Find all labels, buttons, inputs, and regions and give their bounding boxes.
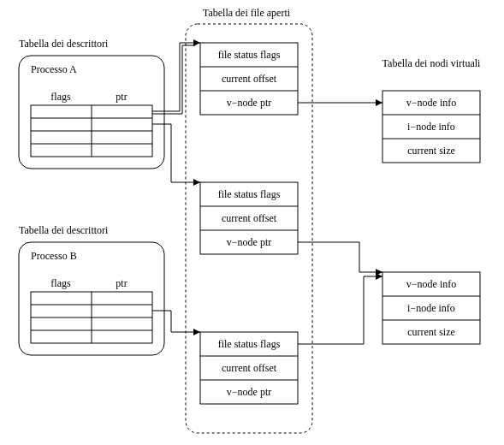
process-b-ptr-header: ptr [116, 277, 127, 289]
file-entry-3-offset: current offset [222, 362, 277, 374]
vnode-2-inode: i−node info [407, 302, 455, 314]
file-entry-1-status: file status flags [218, 49, 281, 61]
arrow-a1-to-file1a [152, 45, 195, 114]
file-entry-1-vptr: v−node ptr [227, 97, 271, 109]
vnode-1-size: current size [407, 145, 455, 157]
arrow-a2-to-file2 [152, 124, 200, 182]
process-a-flags-header: flags [50, 91, 71, 103]
file-entry-2-offset: current offset [222, 212, 277, 224]
arrow-a0-to-file1 [152, 43, 200, 111]
file-entry-3-status: file status flags [218, 338, 281, 350]
descriptor-table-title-a: Tabella dei descrittori [19, 38, 109, 50]
vnode-1-info: v−node info [406, 97, 456, 109]
virtual-nodes-title: Tabella dei nodi virtuali [382, 57, 481, 69]
process-b-label: Processo B [31, 250, 77, 262]
file-entry-2-status: file status flags [218, 188, 281, 200]
vnode-2-info: v−node info [406, 278, 456, 290]
process-b-flags-header: flags [50, 277, 71, 289]
process-a-ptr-header: ptr [116, 91, 127, 103]
file-entry-1: file status flags current offset v−node … [200, 43, 298, 115]
process-a-label: Processo A [31, 63, 77, 75]
file-entry-2-vptr: v−node ptr [227, 236, 271, 248]
file-entry-3: file status flags current offset v−node … [200, 332, 298, 404]
descriptor-table-title-b: Tabella dei descrittori [19, 224, 109, 236]
file-entry-1-offset: current offset [222, 73, 277, 85]
vnode-1-inode: i−node info [407, 121, 455, 133]
file-tables-diagram: Tabella dei file aperti file status flag… [0, 0, 504, 445]
process-a-descriptor-table: flags ptr [31, 91, 152, 157]
file-entry-3-vptr: v−node ptr [227, 386, 271, 398]
process-b-descriptor-table: flags ptr [31, 277, 152, 343]
arrow-file2-to-vnode2 [298, 242, 382, 272]
vnode-entry-1: v−node info i−node info current size [382, 91, 480, 163]
vnode-entry-2: v−node info i−node info current size [382, 272, 480, 344]
arrow-file3-to-vnode2 [298, 276, 382, 344]
arrow-b1-to-file3 [152, 311, 200, 332]
vnode-2-size: current size [407, 326, 455, 338]
file-entry-2: file status flags current offset v−node … [200, 182, 298, 254]
open-file-table-title: Tabella dei file aperti [203, 7, 291, 19]
